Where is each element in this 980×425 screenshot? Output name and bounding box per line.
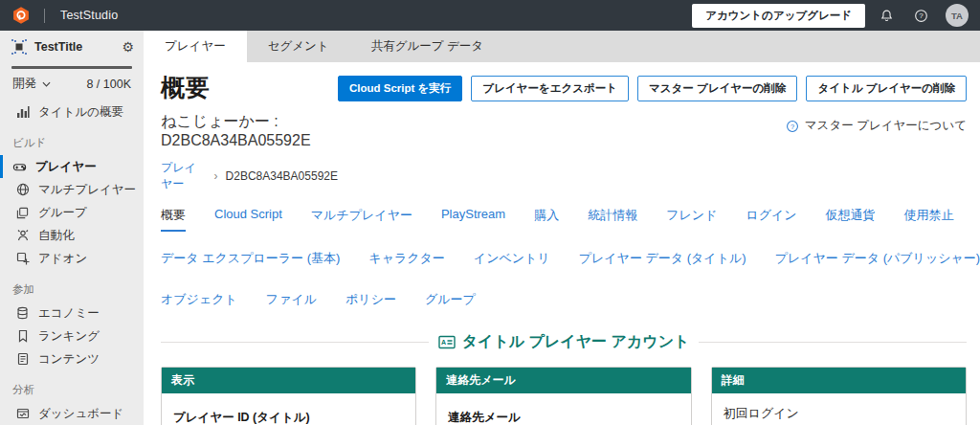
gear-icon[interactable]: ⚙ (122, 40, 134, 54)
sidebar-item-label: プレイヤー (35, 159, 97, 175)
topbar: TestStudio アカウントのアップグレード ? TA (0, 0, 980, 31)
tab-shared-group-data[interactable]: 共有グループ データ (350, 31, 504, 62)
sidebar-item-dashboards[interactable]: ダッシュボード (0, 402, 144, 425)
subnav-item-player-data-publisher[interactable]: プレイヤー データ (パブリッシャー) (775, 250, 980, 273)
master-player-help-link[interactable]: ? マスター プレイヤーについて (786, 118, 967, 134)
svg-text:?: ? (919, 11, 924, 20)
sidebar-section-engage: 参加 (12, 282, 144, 297)
sidebar-item-label: ランキング (38, 328, 100, 345)
sidebar-item-addons[interactable]: アドオン (0, 247, 144, 270)
sidebar-item-automation[interactable]: 自動化 (0, 224, 144, 247)
page-title: 概要 (161, 72, 338, 103)
subnav-item-objects[interactable]: オブジェクト (161, 291, 237, 314)
chevron-down-icon (42, 81, 51, 87)
subnav-item-characters[interactable]: キャラクター (368, 250, 445, 273)
bookmark-icon (15, 329, 30, 343)
bar-chart-icon (15, 105, 30, 119)
sidebar-item-label: ダッシュボード (38, 406, 123, 422)
player-name-id: ねこじょーかー : D2BC8A34BA05592E (161, 112, 338, 149)
subnav-item-files[interactable]: ファイル (266, 291, 317, 314)
automation-icon (15, 229, 30, 242)
svg-text:?: ? (791, 122, 794, 130)
svg-text:A: A (441, 339, 446, 346)
subnav-item-logins[interactable]: ログイン (746, 207, 796, 232)
run-cloudscript-button[interactable]: Cloud Script を実行 (338, 76, 462, 101)
subnav-item-playstream[interactable]: PlayStream (441, 207, 505, 232)
card-details: 詳細 初回ログイン 2020/09/29 10:15:13 前回のログイン 20… (711, 367, 967, 425)
subnav-item-virtual-currency[interactable]: 仮想通貨 (826, 207, 876, 232)
section-title: A タイトル プレイヤー アカウント (438, 332, 690, 352)
globe-icon (15, 183, 30, 196)
divider (44, 9, 45, 23)
top-tabstrip: プレイヤー セグメント 共有グループ データ (144, 31, 980, 62)
sidebar-item-label: グループ (38, 205, 87, 221)
delete-master-player-button[interactable]: マスター プレイヤーの削除 (637, 76, 797, 101)
sidebar-section-build: ビルド (12, 136, 144, 150)
breadcrumb-chevron-icon: › (214, 169, 218, 183)
subnav-item-data-explorer[interactable]: データ エクスプローラー (基本) (161, 250, 340, 273)
database-icon (15, 306, 30, 320)
player-id-label: プレイヤー ID (タイトル) (173, 410, 404, 425)
subnav-item-bans[interactable]: 使用禁止 (904, 207, 954, 232)
question-circle-icon: ? (786, 120, 799, 133)
quota-progress-bar (11, 66, 132, 69)
sidebar-item-title-overview[interactable]: タイトルの概要 (0, 101, 144, 123)
card-contact-email: 連絡先メール 連絡先メール 解除 言語 (435, 367, 691, 425)
sidebar: TestTitle ⚙ 開発 8 / 100K タイトルの概要 ビルド プレイヤ… (0, 31, 144, 425)
subnav-item-friends[interactable]: フレンド (666, 207, 717, 232)
sidebar-item-label: アドオン (38, 251, 87, 267)
sidebar-item-groups[interactable]: グループ (0, 201, 144, 224)
sidebar-item-content[interactable]: コンテンツ (0, 347, 144, 370)
tab-segments[interactable]: セグメント (247, 31, 350, 62)
subnav-item-inventory[interactable]: インベントリ (474, 250, 550, 273)
help-icon[interactable]: ? (907, 9, 934, 23)
addon-icon (15, 252, 30, 265)
sidebar-item-economy[interactable]: エコノミー (0, 302, 144, 324)
first-login-label: 初回ログイン (724, 405, 954, 422)
title-icon (11, 39, 27, 55)
id-card-icon: A (438, 335, 456, 349)
sidebar-item-label: タイトルの概要 (38, 104, 123, 121)
subnav-item-statistics[interactable]: 統計情報 (588, 207, 637, 232)
sidebar-item-leaderboards[interactable]: ランキング (0, 324, 144, 347)
divider (161, 342, 429, 343)
subnav-item-policy[interactable]: ポリシー (345, 291, 396, 314)
studio-title: TestTitle (34, 40, 114, 54)
breadcrumb-players-link[interactable]: プレイヤー (161, 160, 207, 192)
delete-title-player-button[interactable]: タイトル プレイヤーの削除 (806, 76, 967, 101)
export-player-button[interactable]: プレイヤーをエクスポート (471, 76, 629, 101)
card-contact-email-header: 連絡先メール (436, 368, 690, 393)
subnav-item-groups[interactable]: グループ (425, 291, 476, 314)
environment-selector[interactable]: 開発 (12, 76, 51, 92)
sidebar-item-label: マルチプレイヤー (38, 182, 136, 198)
copy-icon (15, 207, 30, 219)
dashboard-icon (15, 408, 30, 420)
account-section-header: A タイトル プレイヤー アカウント (161, 332, 967, 352)
divider (699, 342, 967, 343)
player-subnav: 概要 Cloud Script マルチプレイヤー PlayStream 購入 統… (161, 207, 967, 314)
sidebar-section-analyze: 分析 (12, 383, 144, 397)
subnav-item-cloudscript[interactable]: Cloud Script (214, 207, 282, 232)
contact-email-label: 連絡先メール (448, 410, 679, 425)
environment-label: 開発 (12, 76, 36, 92)
sidebar-item-players[interactable]: プレイヤー (0, 155, 144, 178)
gamepad-icon (12, 160, 27, 174)
subnav-item-player-data-title[interactable]: プレイヤー データ (タイトル) (579, 250, 746, 273)
section-title-label: タイトル プレイヤー アカウント (462, 332, 690, 352)
sidebar-item-multiplayer[interactable]: マルチプレイヤー (0, 178, 144, 201)
tab-players[interactable]: プレイヤー (144, 31, 247, 62)
avatar[interactable]: TA (946, 4, 969, 27)
bell-icon[interactable] (873, 9, 900, 23)
subnav-item-overview[interactable]: 概要 (161, 207, 186, 232)
breadcrumb: プレイヤー › D2BC8A34BA05592E (161, 160, 338, 192)
sidebar-item-label: エコノミー (38, 305, 100, 322)
sidebar-item-label: 自動化 (38, 228, 75, 244)
subnav-item-purchases[interactable]: 購入 (534, 207, 559, 232)
quota-text: 8 / 100K (86, 78, 131, 91)
card-details-header: 詳細 (712, 368, 966, 393)
sidebar-item-label: コンテンツ (38, 351, 100, 368)
upgrade-account-button[interactable]: アカウントのアップグレード (692, 4, 865, 28)
subnav-item-multiplayer[interactable]: マルチプレイヤー (311, 207, 412, 232)
brand-text: TestStudio (60, 9, 118, 22)
document-icon (15, 352, 30, 366)
